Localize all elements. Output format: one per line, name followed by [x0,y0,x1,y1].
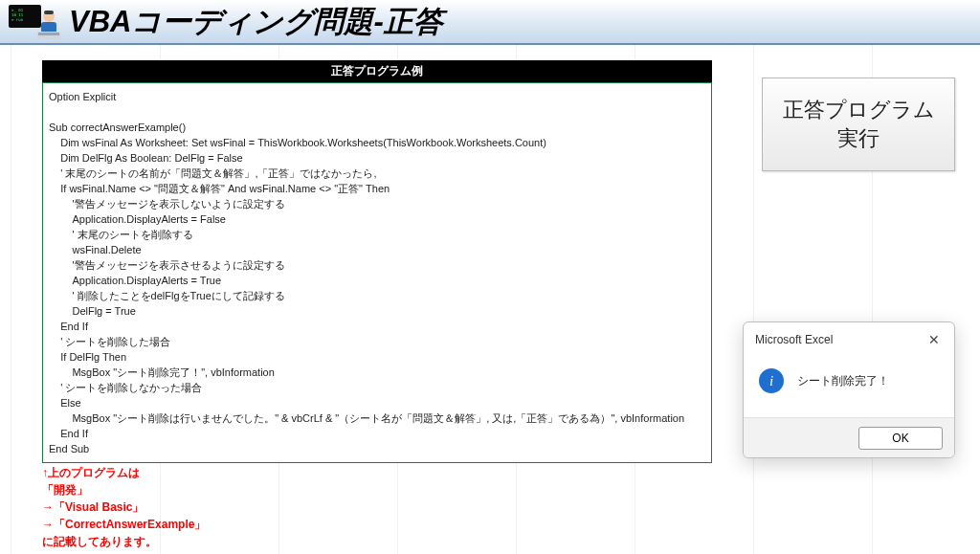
instruction-line: 「開発」 [42,481,206,499]
header-bar: >_ 01 10 11 > run VBAコーディング問題-正答 [0,0,980,45]
page-title: VBAコーディング問題-正答 [69,2,443,42]
close-icon[interactable]: ✕ [924,330,945,349]
run-correct-program-button[interactable]: 正答プログラム 実行 [762,78,955,171]
code-example-box: 正答プログラム例 Option Explicit Sub correctAnsw… [42,60,712,463]
instruction-line: に記載してあります。 [42,533,206,550]
programmer-icon: >_ 01 10 11 > run [0,1,69,43]
instruction-line: →「Visual Basic」 [42,499,206,516]
instruction-text: ↑上のプログラムは 「開発」 →「Visual Basic」 →「Correct… [42,464,206,550]
code-example-body: Option Explicit Sub correctAnswerExample… [42,82,712,463]
instruction-line: →「CorrectAnswerExample」 [42,516,206,533]
message-box-footer: OK [744,417,954,457]
svg-text:> run: > run [11,17,24,22]
info-icon: i [759,368,784,393]
message-box-text: シート削除完了！ [797,373,889,389]
instruction-line: ↑上のプログラムは [42,464,206,481]
ok-button-label: OK [892,432,908,445]
svg-rect-5 [44,11,54,14]
message-box: Microsoft Excel ✕ i シート削除完了！ OK [743,321,955,458]
svg-rect-8 [38,33,59,35]
message-box-titlebar: Microsoft Excel ✕ [744,322,954,355]
run-button-label: 正答プログラム 実行 [783,96,935,153]
code-example-title: 正答プログラム例 [42,60,712,82]
message-box-title-text: Microsoft Excel [755,333,833,346]
worksheet-area: 正答プログラム例 Option Explicit Sub correctAnsw… [0,45,980,554]
ok-button[interactable]: OK [858,427,943,450]
message-box-body: i シート削除完了！ [744,355,954,401]
